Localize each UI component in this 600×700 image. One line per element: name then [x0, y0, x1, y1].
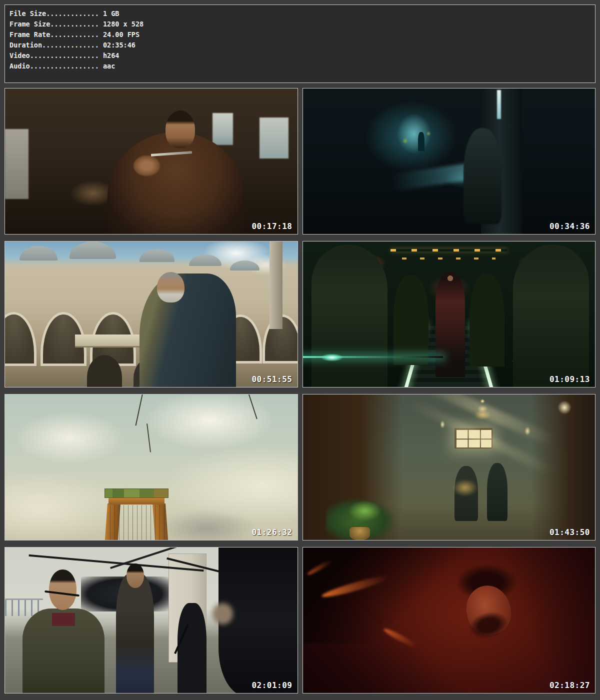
media-info-value: h264 — [103, 52, 120, 60]
hanging-wire-shape — [135, 394, 143, 426]
soldier-silhouette — [470, 274, 504, 366]
white-cabinet-shape — [5, 129, 28, 199]
timestamp-overlay: 02:18:27 — [550, 680, 590, 690]
fist-shape — [134, 156, 160, 176]
soldier-silhouette — [513, 244, 589, 388]
media-info-line-audio: Audio.................aac — [10, 61, 590, 72]
media-info-line-video: Video.................h264 — [10, 50, 590, 61]
media-info-line-file-size: File Size.............1 GB — [10, 8, 590, 19]
media-info-value: 02:35:46 — [103, 41, 136, 49]
bridge-mossy-top-shape — [104, 488, 169, 498]
timestamp-overlay: 01:09:13 — [550, 374, 590, 384]
mosque-dome-shape — [140, 249, 174, 262]
soldier-silhouette — [312, 244, 388, 388]
central-man-silhouette — [436, 272, 464, 377]
screenshot-thumbnail-1: 00:17:18 — [4, 88, 298, 234]
timestamp-overlay: 00:17:18 — [252, 222, 292, 231]
mosque-dome-shape — [230, 260, 259, 270]
screenshot-thumbnail-3: 00:51:55 — [4, 241, 298, 388]
media-info-value: 1280 x 528 — [103, 20, 144, 28]
ceiling-lights-row — [402, 258, 496, 260]
media-info-sheet: { "colors": { "page_bg": "#3d3d3d", "pan… — [0, 0, 600, 700]
dot-leader: ................. — [30, 62, 99, 70]
window-light-shape — [212, 113, 233, 145]
man-face-shape — [166, 110, 194, 148]
dot-leader: ............ — [50, 20, 99, 28]
mosque-dome-shape — [70, 242, 116, 259]
wall-sconce-glow — [558, 400, 572, 414]
man-face-shape — [126, 564, 144, 588]
walking-figure-silhouette — [487, 463, 508, 521]
standing-figure-silhouette — [418, 132, 424, 151]
arcade-arch-shape — [4, 314, 34, 364]
light-beam-shape — [390, 163, 473, 191]
media-info-value: 24.00 FPS — [103, 30, 140, 38]
hanging-wire-shape — [248, 394, 258, 420]
wall-sconce-glow — [440, 420, 445, 428]
media-info-line-frame-rate: Frame Rate............24.00 FPS — [10, 30, 590, 40]
timestamp-overlay: 00:51:55 — [252, 374, 292, 384]
kneeling-man-silhouette — [464, 128, 502, 224]
gagged-man-face-shape — [49, 570, 77, 610]
man-jacket-silhouette — [140, 274, 236, 387]
media-info-value: 1 GB — [103, 10, 120, 18]
gold-cart-glow — [452, 479, 478, 496]
window-light-shape — [260, 118, 288, 158]
bridge-crossbeam-shape — [108, 498, 164, 504]
media-info-label: Duration — [10, 41, 42, 49]
green-lens-flare-core — [320, 354, 344, 362]
light-strip-shape — [497, 90, 501, 119]
masked-soldier-silhouette — [178, 603, 206, 694]
wall-sconce-glow — [524, 426, 530, 436]
ceiling-lights-row — [390, 249, 508, 252]
screenshot-thumbnail-8: 02:18:27 — [302, 547, 596, 694]
screenshot-thumbnail-5: 01:26:32 — [4, 394, 298, 540]
hand-highlight-shape — [212, 603, 233, 625]
dot-leader: ............. — [46, 10, 99, 18]
timestamp-overlay: 00:34:36 — [550, 222, 590, 231]
media-info-label: Audio — [10, 62, 30, 70]
screenshot-thumbnail-6: 01:43:50 — [302, 394, 596, 540]
timestamp-overlay: 01:43:50 — [550, 528, 590, 537]
bridge-cables-shape — [110, 505, 164, 540]
media-info-label: Frame Size — [10, 20, 50, 28]
man-face-shape — [157, 272, 185, 302]
minaret-shape — [270, 242, 282, 329]
timestamp-overlay: 01:26:32 — [252, 528, 292, 537]
media-info-value: aac — [103, 62, 115, 70]
plant-pot-shape — [350, 527, 370, 540]
screenshot-grid: 00:17:18 00:34:36 00:51:55 — [4, 88, 596, 694]
dot-leader: ............ — [50, 30, 99, 38]
media-info-label: Video — [10, 52, 30, 60]
media-info-line-duration: Duration..............02:35:46 — [10, 40, 590, 50]
dot-leader: .............. — [42, 41, 99, 49]
mosque-dome-shape — [20, 246, 58, 260]
media-info-label: Frame Rate — [10, 30, 50, 38]
shirt-collar-shape — [52, 613, 76, 626]
screenshot-thumbnail-4: 01:09:13 — [302, 241, 596, 388]
smoke-cloud-shape — [157, 510, 256, 540]
screenshot-thumbnail-2: 00:34:36 — [302, 88, 596, 234]
screenshot-thumbnail-7: 02:01:09 — [4, 547, 298, 694]
media-info-panel: File Size.............1 GB Frame Size...… — [4, 4, 596, 83]
dot-leader: ................. — [30, 52, 99, 60]
mosque-dome-shape — [189, 254, 221, 266]
hanging-wire-shape — [146, 424, 151, 452]
soldier-silhouette — [394, 275, 428, 365]
standing-man-silhouette — [116, 574, 154, 694]
media-info-label: File Size — [10, 10, 46, 18]
media-info-line-frame-size: Frame Size............1280 x 528 — [10, 19, 590, 30]
timestamp-overlay: 02:01:09 — [252, 680, 292, 690]
